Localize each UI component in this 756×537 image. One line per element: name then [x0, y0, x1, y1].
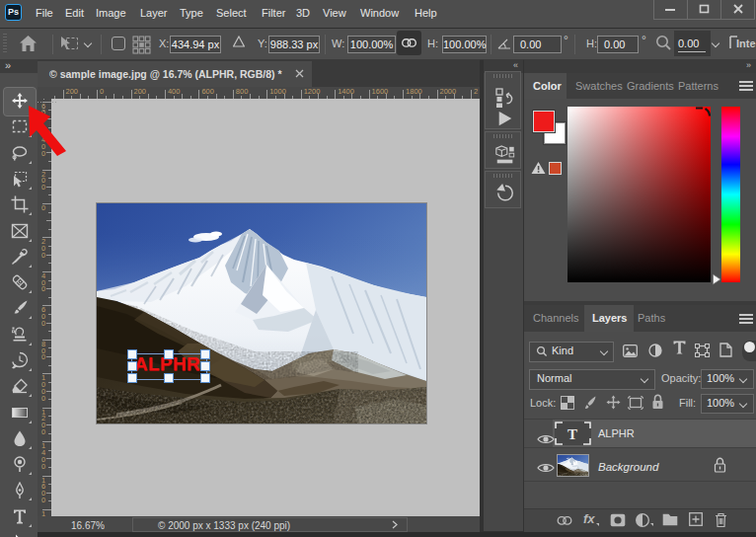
svg-text:T: T [567, 426, 577, 442]
